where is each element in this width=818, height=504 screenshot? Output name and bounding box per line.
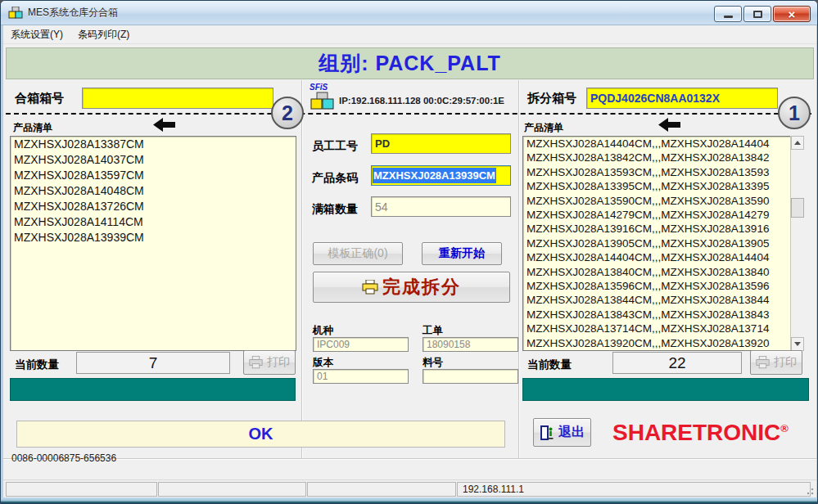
scroll-down-icon [794,342,801,346]
left-status-bar [10,378,296,401]
menu-item-system-settings[interactable]: 系统设置(Y) [3,25,70,44]
sfis-logo-text: SFiS [310,83,337,92]
split-box-input[interactable]: PQDJ4026CN8AA0132X [586,88,778,109]
split-list-scrollbar[interactable] [790,136,804,351]
restart-label: 重新开始 [439,246,485,261]
menu-item-barcode-print[interactable]: 条码列印(Z) [70,25,137,44]
list-item[interactable]: MZXHSXJ028A13387CM [11,137,296,152]
right-product-list-label: 产品清单 [524,121,563,135]
employee-id-label: 员工工号 [312,139,358,154]
app-window: MES系统仓库分合箱 × 系统设置(Y) 条码列印(Z) 组别: PACK_PA… [0,0,818,504]
status-cell-ip: 192.168.111.1 [457,482,811,497]
list-item[interactable]: MZXHSXJ028A13593CM,,,MZXHSXJ028A13593 [523,165,790,179]
group-title: 组别: PACK_PALT [319,50,501,77]
maximize-button[interactable] [743,6,771,22]
sfis-logo: SFiS [310,83,337,115]
work-order-input[interactable]: 18090158 [423,337,518,352]
serial-number: 0086-00006875-656536 [11,452,116,464]
brand-logo: SHARETRONIC® [612,420,789,446]
exit-button[interactable]: 退出 [533,418,591,447]
title-bar[interactable]: MES系统仓库分合箱 × [1,1,817,25]
merge-product-list[interactable]: MZXHSXJ028A13387CMMZXHSXJ028A14037CMMZXH… [10,136,296,351]
list-item[interactable]: MZXHSXJ028A13596CM,,,MZXHSXJ028A13596 [523,279,790,293]
list-item[interactable]: MZXHSXJ028A14048CM [11,183,296,199]
list-item[interactable]: MZXHSXJ028A13916CM,,,MZXHSXJ028A13916 [523,222,790,236]
dashed-separator [6,113,811,115]
left-print-label: 打印 [267,355,290,370]
status-cell-1 [6,482,157,497]
list-item[interactable]: MZXHSXJ028A13597CM [11,168,296,183]
list-item[interactable]: MZXHSXJ028A13840CM,,,MZXHSXJ028A13840 [523,265,790,279]
left-qty-display: 7 [76,352,230,374]
version-value: 01 [317,371,328,382]
client-area: 组别: PACK_PALT 合箱箱号 2 产品清单 MZXHSXJ028A133… [3,44,816,497]
list-item[interactable]: MZXHSXJ028A14404CM,,,MZXHSXJ028A14404 [523,137,790,151]
scroll-up-button[interactable] [791,136,804,150]
finish-split-button[interactable]: 完成拆分 [313,272,510,303]
menu-bar: 系统设置(Y) 条码列印(Z) [3,25,816,44]
close-icon: × [789,8,796,20]
left-print-button[interactable]: 打印 [243,350,296,375]
full-box-qty-input[interactable]: 54 [371,196,511,217]
work-order-label: 工单 [423,324,443,338]
list-item[interactable]: MZXHSXJ028A13590CM,,,MZXHSXJ028A13590 [523,194,790,208]
part-number-input[interactable] [423,369,518,384]
resize-grip[interactable] [804,485,814,495]
right-qty-display: 22 [612,352,742,374]
full-box-qty-label: 满箱数量 [312,202,358,217]
list-item[interactable]: MZXHSXJ028A13939CM [11,230,296,245]
list-item[interactable]: MZXHSXJ028A13843CM,,,MZXHSXJ028A13843 [523,308,790,322]
brand-name: SHARETRONIC [612,420,780,445]
message-bar: OK [16,421,505,448]
list-item[interactable]: MZXHSXJ028A13920CM,,,MZXHSXJ028A13920 [523,336,790,350]
list-item[interactable]: MZXHSXJ028A13905CM,,,MZXHSXJ028A13905 [523,236,790,250]
minimize-button[interactable] [714,6,742,22]
list-item[interactable]: MZXHSXJ028A14037CM [11,152,296,168]
status-cell-2 [158,482,306,497]
split-product-list[interactable]: MZXHSXJ028A14404CM,,,MZXHSXJ028A14404MZX… [522,136,790,351]
product-barcode-input[interactable]: MZXHSXJ028A13939CM [371,165,511,186]
registered-mark: ® [780,422,789,434]
list-item[interactable]: MZXHSXJ028A13726CM [11,199,296,214]
list-item[interactable]: MZXHSXJ028A13844CM,,,MZXHSXJ028A13844 [523,293,790,307]
right-status-bar [522,378,809,401]
list-item[interactable]: MZXHSXJ028A14404CM,,,MZXHSXJ028A14404 [523,250,790,264]
divider-middle-right [518,80,519,458]
divider-footer [3,458,816,459]
terminal-ip-text: IP:192.168.111.128 00:0C:29:57:00:1E [339,96,504,106]
status-cell-3 [307,482,456,497]
status-bar: 192.168.111.1 [3,479,816,497]
merge-box-label: 合箱箱号 [15,91,64,106]
merge-box-input[interactable] [82,88,273,109]
split-box-value: PQDJ4026CN8AA0132X [590,92,720,105]
model-input[interactable]: IPC009 [313,337,409,352]
scroll-up-icon [794,141,801,145]
list-item[interactable]: MZXHSXJ028A14114CM [11,214,296,230]
template-ok-button[interactable]: 模板正确(0) [313,242,403,265]
group-header: 组别: PACK_PALT [6,47,814,79]
model-label: 机种 [313,324,333,338]
employee-id-input[interactable]: PD [371,133,511,154]
list-item[interactable]: MZXHSXJ028A13395CM,,,MZXHSXJ028A13395 [523,179,790,193]
scroll-thumb[interactable] [791,198,804,218]
list-item[interactable]: MZXHSXJ028A13842CM,,,MZXHSXJ028A13842 [523,151,790,164]
full-box-qty-value: 54 [375,200,388,214]
right-arrow-icon [658,118,680,135]
list-item[interactable]: MZXHSXJ028A14279CM,,,MZXHSXJ028A14279 [523,208,790,222]
template-ok-label: 模板正确(0) [328,246,387,261]
restart-button[interactable]: 重新开始 [422,242,502,265]
employee-id-value: PD [375,137,390,150]
scroll-down-button[interactable] [791,337,804,351]
sfis-cubes-icon [310,92,336,111]
close-button[interactable]: × [773,6,811,22]
message-text: OK [249,425,273,443]
window-title: MES系统仓库分合箱 [28,6,118,20]
right-print-button[interactable]: 打印 [750,350,802,375]
step-badge-1: 1 [778,97,811,129]
left-product-list-label: 产品清单 [13,121,52,135]
window-controls: × [714,6,811,22]
list-item[interactable]: MZXHSXJ028A13714CM,,,MZXHSXJ028A13714 [523,322,790,335]
right-qty-label: 当前数量 [527,358,572,372]
printer-icon [756,356,770,369]
version-input[interactable]: 01 [313,369,409,384]
